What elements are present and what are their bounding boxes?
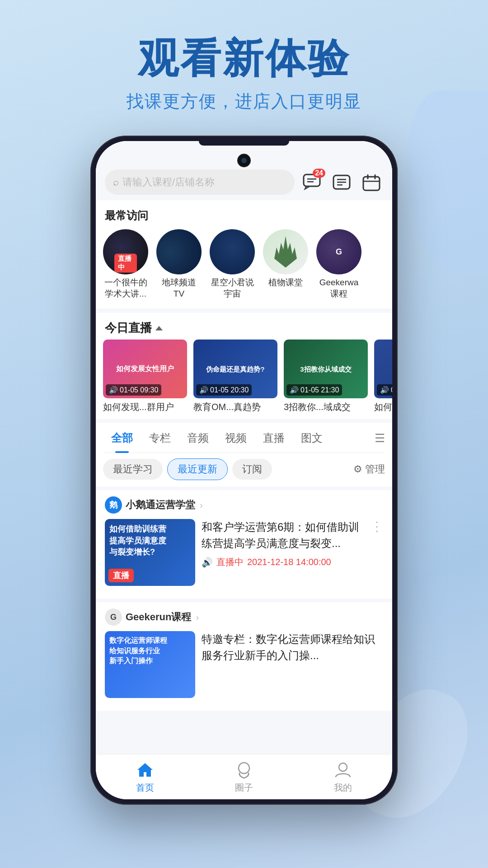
live-time: 🔊 01-05 20:30 xyxy=(196,384,252,396)
channel-arrow-icon: › xyxy=(200,500,203,510)
search-input[interactable]: ⌕ 请输入课程/店铺名称 xyxy=(105,170,295,195)
svg-point-12 xyxy=(339,763,347,771)
tab-more-icon[interactable]: ☰ xyxy=(375,431,385,445)
visited-name: 植物课堂 xyxy=(268,277,303,288)
content-meta: 🔊 直播中 2021-12-18 14:00:00 xyxy=(202,556,364,568)
live-section-header: 今日直播 xyxy=(96,316,392,340)
svg-rect-7 xyxy=(363,177,380,190)
tab-video[interactable]: 视频 xyxy=(217,427,255,449)
live-time: 2021-12-18 14:00:00 xyxy=(247,557,331,567)
content-section-2: G Geekerun课程 › 数字化运营师课程给知识服务行业新手入门操作 特邀专… xyxy=(96,602,392,711)
nav-circle[interactable]: 圈子 xyxy=(195,760,294,794)
tab-article[interactable]: 图文 xyxy=(293,427,331,449)
live-section: 今日直播 如何发展女性用户 🔊 01 xyxy=(96,313,392,419)
live-time: 🔊 01-05 09:30 xyxy=(106,384,161,396)
avatar xyxy=(263,229,308,274)
chat-button[interactable]: 24 xyxy=(300,170,324,194)
page-subtitle: 找课更方便，进店入口更明显 xyxy=(0,90,488,113)
tab-audio[interactable]: 音频 xyxy=(179,427,217,449)
channel-avatar-2: G xyxy=(105,609,122,626)
visited-item[interactable]: 植物课堂 xyxy=(263,229,308,299)
phone-notch xyxy=(199,141,289,146)
content-info-2: 特邀专栏：数字化运营师课程给知识服务行业新手的入门操... xyxy=(202,631,383,698)
calendar-button[interactable] xyxy=(360,170,383,194)
visited-item[interactable]: 直播中 一个很牛的学术大讲... xyxy=(103,229,148,299)
live-time: 🔊 01-05 21:30 xyxy=(286,384,342,396)
visited-item[interactable]: 星空小君说宇宙 xyxy=(210,229,255,299)
content-info: 和客户学运营第6期：如何借助训练营提高学员满意度与裂变... 🔊 直播中 202… xyxy=(202,519,364,586)
visited-item[interactable]: G Geekerwa课程 xyxy=(316,229,361,299)
avatar xyxy=(210,229,255,274)
channel-header[interactable]: 鹅 小鹅通运营学堂 › xyxy=(105,496,383,514)
live-status-badge: 直播 xyxy=(108,569,134,582)
phone-mockup: ⌕ 请输入课程/店铺名称 24 xyxy=(90,136,398,805)
content-thumbnail-2: 数字化运营师课程给知识服务行业新手入门操作 xyxy=(105,631,195,698)
channel-name-2: Geekerun课程 xyxy=(126,610,192,624)
live-card[interactable]: 3招教你从域成交 🔊 01-05 21:30 3招教你...域成交 xyxy=(284,340,368,413)
tab-column[interactable]: 专栏 xyxy=(141,427,179,449)
search-icon: ⌕ xyxy=(113,176,119,188)
nav-home-label: 首页 xyxy=(136,782,154,794)
content-card[interactable]: 如何借助训练营提高学员满意度与裂变增长? 直播 和客户学运营第6期：如何借助训练… xyxy=(105,519,383,586)
app-content: ⌕ 请输入课程/店铺名称 24 xyxy=(96,141,392,799)
live-card-title: 如何运... xyxy=(374,401,392,413)
manage-icon: ⚙ xyxy=(353,463,362,475)
chevron-up-icon[interactable] xyxy=(155,326,163,330)
most-visited-title: 最常访问 xyxy=(96,204,392,226)
content-title-2: 特邀专栏：数字化运营师课程给知识服务行业新手的入门操... xyxy=(202,631,383,664)
bottom-nav: 首页 圈子 xyxy=(96,754,392,799)
live-card[interactable]: 如何运营 🔊 01-05... 如何运... xyxy=(374,340,392,413)
channel-avatar: 鹅 xyxy=(105,496,122,514)
live-status-text: 直播中 xyxy=(216,556,244,568)
me-icon xyxy=(332,760,354,780)
search-area: ⌕ 请输入课程/店铺名称 24 xyxy=(96,166,392,200)
tabs-row: 全部 专栏 音频 视频 直播 图文 ☰ xyxy=(103,427,385,453)
home-icon xyxy=(134,760,156,780)
live-thumbnail: 伪命题还是真趋势? 🔊 01-05 20:30 xyxy=(193,340,277,398)
more-options-button[interactable]: ⋮ xyxy=(371,519,383,534)
live-list: 如何发展女性用户 🔊 01-05 09:30 如何发现...群用户 xyxy=(96,340,392,413)
channel-header-2[interactable]: G Geekerun课程 › xyxy=(105,609,383,626)
chip-subscribe[interactable]: 订阅 xyxy=(232,459,272,480)
nav-me-label: 我的 xyxy=(334,782,352,794)
visited-name: 地球频道TV xyxy=(156,277,202,299)
avatar: G xyxy=(316,229,361,274)
circle-icon xyxy=(233,760,255,780)
live-thumbnail: 3招教你从域成交 🔊 01-05 21:30 xyxy=(284,340,368,398)
live-card[interactable]: 如何发展女性用户 🔊 01-05 09:30 如何发现...群用户 xyxy=(103,340,187,413)
live-badge: 直播中 xyxy=(114,254,137,273)
visited-name: 星空小君说宇宙 xyxy=(211,277,254,299)
live-time: 🔊 01-05... xyxy=(377,384,392,396)
nav-circle-label: 圈子 xyxy=(235,782,253,794)
chip-recent-learn[interactable]: 最近学习 xyxy=(103,459,163,480)
most-visited-section: 最常访问 直播中 一个很牛的学术大讲... xyxy=(96,200,392,308)
tab-all[interactable]: 全部 xyxy=(103,427,141,449)
content-card-2[interactable]: 数字化运营师课程给知识服务行业新手入门操作 特邀专栏：数字化运营师课程给知识服务… xyxy=(105,631,383,698)
tab-live[interactable]: 直播 xyxy=(255,427,293,449)
channel-name: 小鹅通运营学堂 xyxy=(126,498,195,512)
visited-name: Geekerwa课程 xyxy=(319,277,359,299)
page-title: 观看新体验 xyxy=(0,36,488,81)
live-card[interactable]: 伪命题还是真趋势? 🔊 01-05 20:30 教育OM...真趋势 xyxy=(193,340,277,413)
content-title: 和客户学运营第6期：如何借助训练营提高学员满意度与裂变... xyxy=(202,519,364,552)
filter-chips: 最近学习 最近更新 订阅 ⚙ 管理 xyxy=(103,453,385,484)
list-button[interactable] xyxy=(330,170,353,194)
nav-home[interactable]: 首页 xyxy=(96,760,195,794)
manage-button[interactable]: ⚙ 管理 xyxy=(353,462,385,476)
svg-point-11 xyxy=(239,763,249,774)
avatar: 直播中 xyxy=(103,229,148,274)
chip-recent-update[interactable]: 最近更新 xyxy=(167,458,228,480)
filter-tabs: 全部 专栏 音频 视频 直播 图文 ☰ 最近学习 最近更新 订阅 ⚙ xyxy=(96,423,392,486)
dot-indicator xyxy=(195,230,201,236)
live-card-title: 3招教你...域成交 xyxy=(284,401,368,413)
chat-badge: 24 xyxy=(313,169,325,178)
visited-item[interactable]: 地球频道TV xyxy=(156,229,202,299)
avatar xyxy=(156,229,202,274)
live-section-title: 今日直播 xyxy=(105,320,152,336)
visited-name: 一个很牛的学术大讲... xyxy=(104,277,147,299)
nav-me[interactable]: 我的 xyxy=(293,760,392,794)
channel-arrow-icon-2: › xyxy=(196,612,199,623)
live-wave-icon: 🔊 xyxy=(202,557,213,568)
live-card-title: 如何发现...群用户 xyxy=(103,401,187,413)
search-placeholder-text: 请输入课程/店铺名称 xyxy=(122,175,215,189)
